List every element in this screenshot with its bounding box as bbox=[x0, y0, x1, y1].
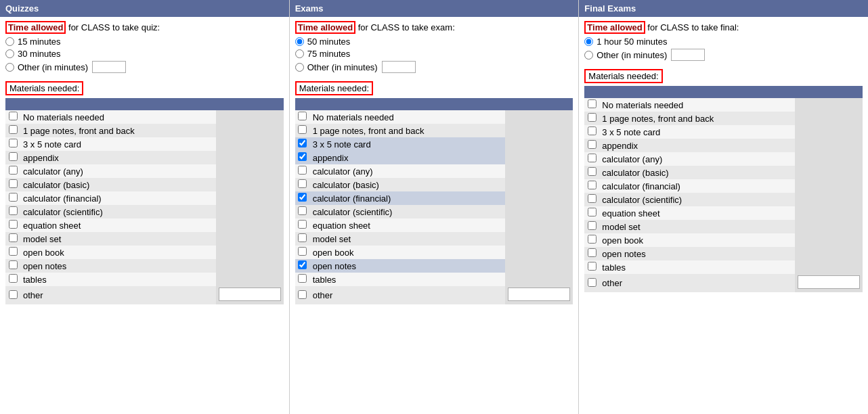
material-checkbox-exams-13[interactable] bbox=[298, 290, 307, 299]
material-checkbox-final-exams-12[interactable] bbox=[588, 262, 596, 271]
material-checkbox-final-exams-11[interactable] bbox=[588, 248, 596, 257]
other-textarea-exams[interactable] bbox=[508, 288, 570, 301]
material-checkbox-quizzes-0[interactable] bbox=[9, 112, 18, 120]
material-checkbox-final-exams-4[interactable] bbox=[588, 154, 596, 162]
material-label-exams-13: other bbox=[310, 286, 506, 304]
material-extra-final-exams-13[interactable] bbox=[795, 274, 863, 292]
material-checkbox-final-exams-7[interactable] bbox=[588, 194, 596, 203]
radio-exams-1[interactable] bbox=[295, 49, 304, 58]
material-row-quizzes-11: open notes bbox=[5, 259, 284, 273]
material-row-final-exams-3: appendix bbox=[584, 139, 863, 152]
material-row-quizzes-10: open book bbox=[5, 246, 284, 259]
material-checkbox-exams-12[interactable] bbox=[298, 274, 307, 283]
time-allowed-label-quizzes: Time allowed bbox=[5, 21, 66, 34]
material-row-quizzes-12: tables bbox=[5, 273, 284, 286]
radio-quizzes-1[interactable] bbox=[5, 49, 14, 58]
material-checkbox-final-exams-6[interactable] bbox=[588, 181, 596, 189]
material-checkbox-exams-8[interactable] bbox=[298, 220, 307, 229]
material-extra-quizzes-2 bbox=[216, 137, 284, 151]
radio-row-final-exams-0: 1 hour 50 minutes bbox=[584, 37, 863, 47]
material-label-quizzes-12: tables bbox=[20, 273, 216, 286]
material-checkbox-final-exams-13[interactable] bbox=[588, 278, 596, 287]
main-container: QuizzesTime allowed for CLASS to take qu… bbox=[0, 0, 868, 414]
material-checkbox-quizzes-10[interactable] bbox=[9, 247, 18, 256]
material-checkbox-quizzes-5[interactable] bbox=[9, 179, 18, 188]
radio-group-exams: 50 minutes75 minutesOther (in minutes) bbox=[295, 37, 573, 73]
material-checkbox-exams-0[interactable] bbox=[298, 112, 307, 120]
material-label-exams-7: calculator (scientific) bbox=[310, 205, 506, 218]
time-allowed-label-final-exams: Time allowed bbox=[584, 21, 645, 34]
material-checkbox-quizzes-8[interactable] bbox=[9, 220, 18, 229]
panel-final-exams: Final ExamsTime allowed for CLASS to tak… bbox=[579, 0, 868, 414]
material-label-quizzes-9: model set bbox=[20, 232, 216, 246]
material-checkbox-exams-3[interactable] bbox=[298, 152, 307, 161]
time-input-exams[interactable] bbox=[382, 61, 416, 73]
material-row-quizzes-8: equation sheet bbox=[5, 218, 284, 232]
material-checkbox-exams-7[interactable] bbox=[298, 206, 307, 215]
material-checkbox-quizzes-1[interactable] bbox=[9, 125, 18, 134]
other-textarea-final-exams[interactable] bbox=[798, 275, 860, 289]
material-checkbox-final-exams-10[interactable] bbox=[588, 235, 596, 244]
material-checkbox-final-exams-9[interactable] bbox=[588, 221, 596, 230]
material-checkbox-exams-10[interactable] bbox=[298, 247, 307, 256]
material-checkbox-quizzes-9[interactable] bbox=[9, 233, 18, 242]
radio-quizzes-0[interactable] bbox=[5, 37, 14, 46]
material-checkbox-quizzes-3[interactable] bbox=[9, 152, 18, 161]
material-extra-quizzes-12 bbox=[216, 273, 284, 286]
materials-label-quizzes: Materials needed: bbox=[5, 76, 284, 98]
material-extra-quizzes-13[interactable] bbox=[216, 286, 284, 304]
material-extra-final-exams-7 bbox=[795, 193, 863, 206]
material-checkbox-quizzes-11[interactable] bbox=[9, 260, 18, 269]
material-label-exams-0: No materials needed bbox=[310, 110, 506, 124]
material-checkbox-exams-9[interactable] bbox=[298, 233, 307, 242]
material-extra-final-exams-2 bbox=[795, 125, 863, 139]
material-checkbox-quizzes-2[interactable] bbox=[9, 139, 18, 147]
time-input-final-exams[interactable] bbox=[671, 49, 705, 61]
radio-quizzes-2[interactable] bbox=[5, 63, 14, 72]
material-checkbox-exams-5[interactable] bbox=[298, 179, 307, 188]
material-row-quizzes-7: calculator (scientific) bbox=[5, 205, 284, 218]
material-extra-exams-13[interactable] bbox=[505, 286, 573, 304]
material-checkbox-exams-4[interactable] bbox=[298, 166, 307, 175]
material-row-exams-8: equation sheet bbox=[295, 218, 573, 232]
materials-needed-label-span-exams: Materials needed: bbox=[295, 81, 373, 95]
material-row-final-exams-7: calculator (scientific) bbox=[584, 193, 863, 206]
other-textarea-quizzes[interactable] bbox=[219, 288, 281, 301]
radio-row-final-exams-1: Other (in minutes) bbox=[584, 49, 863, 61]
material-checkbox-exams-2[interactable] bbox=[298, 139, 307, 147]
radio-final-exams-0[interactable] bbox=[584, 37, 593, 46]
material-checkbox-exams-1[interactable] bbox=[298, 125, 307, 134]
material-row-final-exams-1: 1 page notes, front and back bbox=[584, 112, 863, 125]
material-checkbox-quizzes-6[interactable] bbox=[9, 193, 18, 202]
time-input-quizzes[interactable] bbox=[92, 61, 126, 73]
material-checkbox-final-exams-3[interactable] bbox=[588, 140, 596, 149]
material-label-exams-2: 3 x 5 note card bbox=[310, 137, 506, 151]
material-checkbox-quizzes-13[interactable] bbox=[9, 290, 18, 299]
material-checkbox-final-exams-0[interactable] bbox=[588, 99, 596, 108]
material-row-quizzes-0: No materials needed bbox=[5, 110, 284, 124]
material-checkbox-quizzes-12[interactable] bbox=[9, 274, 18, 283]
material-checkbox-final-exams-5[interactable] bbox=[588, 167, 596, 176]
material-checkbox-final-exams-2[interactable] bbox=[588, 127, 596, 135]
material-label-exams-10: open book bbox=[310, 246, 506, 259]
material-checkbox-quizzes-7[interactable] bbox=[9, 206, 18, 215]
material-checkbox-final-exams-1[interactable] bbox=[588, 113, 596, 122]
material-label-quizzes-13: other bbox=[20, 286, 216, 304]
material-label-exams-5: calculator (basic) bbox=[310, 178, 506, 191]
radio-final-exams-1[interactable] bbox=[584, 51, 593, 60]
radio-exams-0[interactable] bbox=[295, 37, 304, 46]
material-checkbox-quizzes-4[interactable] bbox=[9, 166, 18, 175]
material-checkbox-exams-6[interactable] bbox=[298, 193, 307, 202]
material-extra-final-exams-11 bbox=[795, 247, 863, 260]
radio-row-quizzes-2: Other (in minutes) bbox=[5, 61, 284, 73]
material-row-exams-10: open book bbox=[295, 246, 573, 259]
material-checkbox-final-exams-8[interactable] bbox=[588, 208, 596, 216]
time-allowed-text-exams: for CLASS to take exam: bbox=[355, 22, 455, 32]
time-allowed-line-quizzes: Time allowed for CLASS to take quiz: bbox=[5, 22, 284, 32]
panel-exams: ExamsTime allowed for CLASS to take exam… bbox=[290, 0, 580, 414]
material-checkbox-exams-11[interactable] bbox=[298, 260, 307, 269]
radio-exams-2[interactable] bbox=[295, 63, 304, 72]
material-label-quizzes-3: appendix bbox=[20, 151, 216, 164]
materials-label-final-exams: Materials needed: bbox=[584, 64, 863, 86]
material-row-final-exams-2: 3 x 5 note card bbox=[584, 125, 863, 139]
